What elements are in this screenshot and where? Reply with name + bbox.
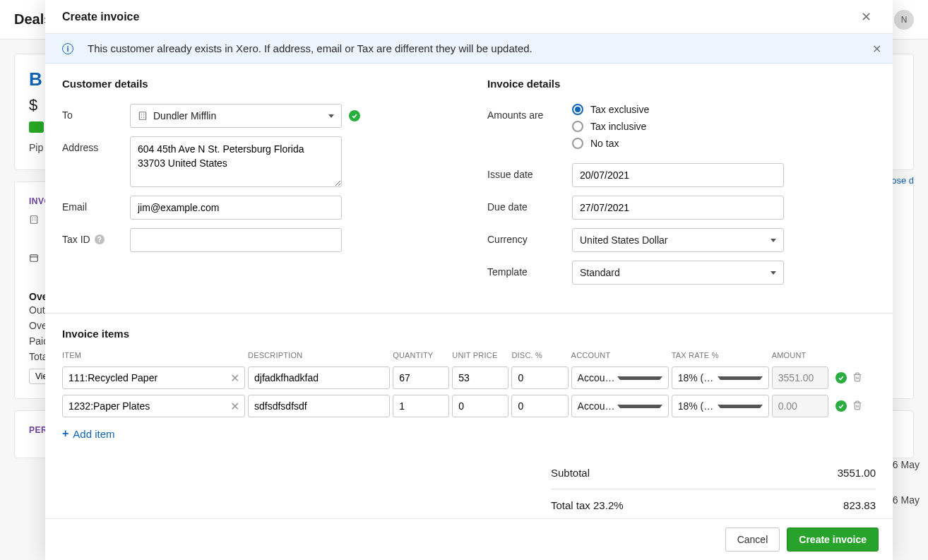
col-price-header: UNIT PRICE	[452, 347, 511, 364]
address-textarea[interactable]: 604 45th Ave N St. Petersburg Florida 33…	[130, 136, 342, 187]
caret-down-icon	[718, 405, 763, 408]
col-disc-header: DISC. %	[511, 347, 571, 364]
amounts-label: Amounts are	[487, 104, 572, 121]
customer-details-section: Customer details To Dundler Mifflin	[62, 78, 479, 293]
item-qty-input[interactable]	[393, 395, 449, 417]
email-label: Email	[62, 196, 130, 213]
bg-chip	[29, 121, 44, 133]
template-label: Template	[487, 261, 572, 278]
info-icon: i	[62, 43, 73, 54]
item-taxrate-select[interactable]: 18% (23.2%)	[672, 367, 769, 389]
radio-dot-icon	[572, 121, 583, 132]
currency-select[interactable]: United States Dollar	[572, 228, 784, 252]
totaltax-value: 823.83	[843, 499, 876, 511]
modal-body: Customer details To Dundler Mifflin	[45, 64, 893, 518]
radio-tax-inclusive[interactable]: Tax inclusive	[572, 121, 649, 132]
help-icon[interactable]: ?	[95, 234, 105, 244]
subtotal-label: Subtotal	[551, 467, 590, 479]
cancel-button[interactable]: Cancel	[725, 528, 780, 552]
radio-no-tax[interactable]: No tax	[572, 138, 649, 149]
delete-row-button[interactable]	[852, 371, 862, 385]
col-account-header: ACCOUNT	[571, 347, 672, 364]
item-disc-input[interactable]	[511, 367, 568, 389]
address-label: Address	[62, 136, 130, 153]
modal-header: Create invoice ✕	[45, 0, 893, 34]
col-qty-header: QUANTITY	[393, 347, 452, 364]
to-select[interactable]: Dundler Mifflin	[130, 104, 342, 128]
item-amount-display	[772, 367, 828, 389]
building-icon	[29, 215, 39, 225]
caret-down-icon	[617, 376, 662, 380]
item-code-input[interactable]	[62, 395, 245, 417]
add-item-button[interactable]: + Add item	[62, 427, 876, 440]
clear-item-button[interactable]: ✕	[229, 370, 241, 386]
building-icon	[138, 111, 148, 121]
item-account-select[interactable]: Accounts Pa…	[571, 367, 669, 389]
svg-rect-3	[32, 220, 33, 220]
info-banner-text: This customer already exists in Xero. If…	[88, 42, 533, 54]
bg-avatar[interactable]: N	[894, 10, 914, 30]
info-banner: i This customer already exists in Xero. …	[45, 34, 893, 64]
check-circle-icon	[349, 110, 360, 121]
item-code-input[interactable]	[62, 367, 245, 389]
invoice-items-section: Invoice items ITEM DESCRIPTION QUANTITY …	[45, 313, 893, 518]
item-price-input[interactable]	[452, 395, 508, 417]
create-invoice-button[interactable]: Create invoice	[787, 528, 879, 552]
template-select[interactable]: Standard	[572, 261, 784, 285]
issue-date-label: Issue date	[487, 163, 572, 180]
radio-tax-exclusive[interactable]: Tax exclusive	[572, 104, 649, 115]
email-input[interactable]	[130, 196, 342, 220]
create-invoice-modal: Create invoice ✕ i This customer already…	[45, 0, 893, 560]
item-taxrate-select[interactable]: 18% (23.2%)	[672, 395, 769, 417]
svg-rect-5	[30, 255, 38, 261]
to-value: Dundler Mifflin	[153, 110, 216, 121]
amounts-radio-group: Tax exclusive Tax inclusive No tax	[572, 104, 649, 155]
caret-down-icon	[718, 376, 763, 380]
invoice-heading: Invoice details	[487, 78, 876, 90]
radio-dot-icon	[572, 104, 583, 115]
taxid-input[interactable]	[130, 228, 342, 252]
issue-date-input[interactable]	[572, 163, 784, 187]
modal-close-button[interactable]: ✕	[857, 6, 876, 28]
row-check-icon	[835, 372, 847, 383]
items-table: ITEM DESCRIPTION QUANTITY UNIT PRICE DIS…	[62, 347, 876, 420]
item-disc-input[interactable]	[511, 395, 568, 417]
caret-down-icon	[771, 239, 776, 242]
invoice-details-section: Invoice details Amounts are Tax exclusiv…	[479, 78, 876, 293]
item-account-select[interactable]: Accounts Pa…	[571, 395, 669, 417]
customer-heading: Customer details	[62, 78, 451, 90]
item-amount-display	[772, 395, 828, 417]
clear-item-button[interactable]: ✕	[229, 398, 241, 415]
col-amount-header: AMOUNT	[772, 347, 831, 364]
item-row: ✕ Accounts Pa… 18% (23.2%)	[62, 364, 876, 392]
totaltax-label: Total tax 23.2%	[551, 499, 624, 511]
radio-dot-icon	[572, 138, 583, 149]
item-row: ✕ Accounts Pa… 18% (23.2%)	[62, 392, 876, 420]
to-label: To	[62, 104, 130, 121]
caret-down-icon	[617, 405, 662, 408]
col-desc-header: DESCRIPTION	[248, 347, 393, 364]
caret-down-icon	[328, 114, 334, 118]
plus-icon: +	[62, 427, 69, 440]
caret-down-icon	[771, 271, 776, 275]
modal-title: Create invoice	[62, 11, 139, 23]
delete-row-button[interactable]	[852, 400, 862, 413]
col-rate-header: TAX RATE %	[672, 347, 772, 364]
item-qty-input[interactable]	[393, 367, 449, 389]
svg-rect-7	[139, 112, 145, 120]
svg-rect-2	[35, 218, 35, 218]
row-check-icon	[835, 400, 847, 412]
item-desc-input[interactable]	[248, 367, 390, 389]
modal-footer: Cancel Create invoice	[45, 518, 893, 560]
calendar-icon	[29, 253, 39, 263]
col-item-header: ITEM	[62, 347, 248, 364]
due-date-input[interactable]	[572, 196, 784, 220]
svg-rect-4	[35, 220, 35, 220]
item-desc-input[interactable]	[248, 395, 390, 417]
due-date-label: Due date	[487, 196, 572, 213]
totals-block: Subtotal 3551.00 Total tax 23.2% 823.83 …	[551, 461, 876, 518]
banner-close-button[interactable]: ✕	[872, 42, 881, 56]
svg-rect-0	[30, 216, 37, 224]
svg-rect-1	[32, 218, 33, 218]
item-price-input[interactable]	[452, 367, 508, 389]
